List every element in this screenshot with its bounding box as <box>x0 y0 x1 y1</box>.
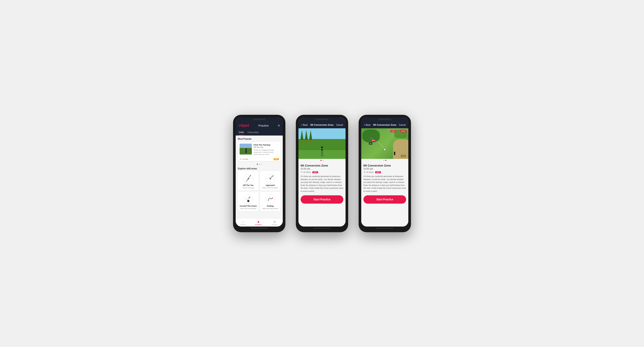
trees <box>298 128 312 146</box>
skill-card-atg[interactable]: Around The Green Hone your short game <box>238 192 258 211</box>
map-scene: FAIRWAY ROUGH Miss Hit SAND <box>361 128 408 159</box>
nav-home-label: Home <box>240 224 245 226</box>
skill-name-atg: Around The Green <box>240 205 257 207</box>
screen-title-3: 6ft Conversion Zone <box>373 124 396 126</box>
detail-dot-1 <box>320 160 322 161</box>
skill-grid: Off The Tee Power accuracy <box>238 171 280 211</box>
screen-1: clippd Practice ≡ Drills Favourites Most… <box>236 117 283 226</box>
detail-badge-3: ARG <box>375 171 381 173</box>
tree-3 <box>309 130 312 143</box>
dot-1 <box>257 164 258 165</box>
drill-footer: ⏱ 10 shots OTT <box>238 157 280 161</box>
svg-rect-36 <box>394 153 395 155</box>
start-practice-button-2[interactable]: Start Practice <box>301 195 343 204</box>
screen-3: < Back 6ft Conversion Zone Cancel FAIRWA… <box>361 117 408 226</box>
svg-point-19 <box>269 177 270 178</box>
back-button-2[interactable]: < Back <box>301 124 308 126</box>
svg-rect-5 <box>245 151 246 153</box>
svg-point-31 <box>268 200 268 201</box>
svg-point-23 <box>247 200 250 202</box>
detail-meta: ⏱ 20 shots ARG <box>301 171 343 173</box>
detail-body-2: 6ft Conversion Zone 10-50 yds ⏱ 20 shots… <box>298 162 346 206</box>
detail-description: 20 shots are randomly generated at dista… <box>301 175 343 193</box>
nav-activities[interactable]: ♣ Activities <box>255 220 262 226</box>
drill-badge: OTT <box>274 158 279 160</box>
svg-rect-4 <box>246 150 246 151</box>
skill-card-putting[interactable]: Putting Make and lag practice <box>260 192 280 211</box>
detail-description-3: 20 shots are randomly generated at dista… <box>364 175 406 193</box>
phone-notch-3 <box>378 119 391 120</box>
tree-trunk-3 <box>310 140 311 143</box>
tree-top-1 <box>300 130 304 140</box>
home-icon: ⌂ <box>242 220 244 223</box>
svg-point-27 <box>249 198 250 198</box>
favourite-icon[interactable]: ☆ <box>277 144 279 155</box>
carousel-dots <box>238 163 280 166</box>
svg-rect-6 <box>246 151 247 153</box>
back-button-3[interactable]: < Back <box>364 124 370 126</box>
skill-name-ott: Off The Tee <box>243 184 254 186</box>
skill-desc-atg: Hone your short game <box>240 208 256 209</box>
detail-shots-3: ⏱ 20 shots <box>364 171 374 173</box>
svg-rect-1 <box>240 144 252 148</box>
dot-3 <box>261 164 262 165</box>
phone-notch-2 <box>316 119 328 120</box>
detail-content-3: FAIRWAY ROUGH Miss Hit SAND <box>361 128 408 226</box>
shots-clock-icon: ⏱ <box>301 171 302 173</box>
tab-drills[interactable]: Drills <box>239 130 244 135</box>
dot-2 <box>259 164 260 165</box>
detail-dots-3 <box>361 159 408 162</box>
svg-line-10 <box>248 175 250 179</box>
start-practice-button-3[interactable]: Start Practice <box>364 195 406 204</box>
skill-card-ott[interactable]: Off The Tee Power accuracy <box>238 171 258 191</box>
svg-point-17 <box>270 178 271 179</box>
drill-name: Find The Fairway <box>254 144 275 146</box>
capture-icon: ⊕ <box>274 220 276 223</box>
tabs-bar: Drills Favourites <box>236 130 283 136</box>
svg-point-33 <box>272 197 273 198</box>
tree-1 <box>300 130 304 143</box>
screen-title-2: 6ft Conversion Zone <box>310 124 334 126</box>
bottom-nav: ⌂ Home ♣ Activities ⊕ Capture <box>236 218 283 226</box>
home-bar-2 <box>313 228 331 229</box>
screen1-content: Most Popular <box>236 136 283 218</box>
drill-desc: Create an imaginary fairway using trees … <box>254 149 275 155</box>
tree-top-2 <box>305 130 308 140</box>
svg-point-3 <box>246 148 247 150</box>
svg-point-35 <box>394 152 395 153</box>
detail-dot-3-1 <box>383 160 384 161</box>
skill-name-putting: Putting <box>267 205 274 207</box>
menu-icon[interactable]: ≡ <box>278 124 280 127</box>
skill-name-approach: Approach <box>266 184 275 186</box>
drill-thumbnail <box>240 144 252 155</box>
trajectory-svg <box>361 128 408 159</box>
tree-top-3 <box>309 130 312 140</box>
detail-drill-title-3: 6ft Conversion Zone <box>364 164 406 167</box>
drill-photo <box>298 128 346 159</box>
golf-scene <box>298 128 346 159</box>
atg-icon <box>243 194 254 205</box>
nav-capture[interactable]: ⊕ Capture <box>272 220 278 226</box>
detail-dots-2 <box>298 159 346 162</box>
featured-drill-card[interactable]: Find The Fairway Off The Tee Create an i… <box>238 142 280 161</box>
phone-2: < Back 6ft Conversion Zone Cancel <box>296 115 348 232</box>
tab-favourites[interactable]: Favourites <box>248 130 258 135</box>
detail-shots: ⏱ 20 shots <box>301 171 311 173</box>
fairway-ground <box>298 150 346 159</box>
cancel-button-2[interactable]: Cancel <box>336 124 343 126</box>
drill-shots: ⏱ 10 shots <box>240 158 248 160</box>
skill-card-approach[interactable]: Approach Dial-in to hit the green <box>260 171 280 191</box>
svg-point-26 <box>246 199 247 199</box>
drill-map: FAIRWAY ROUGH Miss Hit SAND <box>361 128 408 159</box>
nav-home[interactable]: ⌂ Home <box>240 220 245 226</box>
drill-thumb-image <box>240 144 252 155</box>
cancel-button-3[interactable]: Cancel <box>399 124 406 126</box>
approach-icon <box>265 173 276 184</box>
putting-icon <box>265 194 276 205</box>
nav-activities-label: Activities <box>255 224 262 226</box>
drill-info: Find The Fairway Off The Tee Create an i… <box>254 144 275 155</box>
svg-point-25 <box>250 197 250 197</box>
detail-meta-3: ⏱ 20 shots ARG <box>364 171 406 173</box>
svg-point-18 <box>273 175 274 176</box>
skill-desc-putting: Make and lag practice <box>262 208 278 209</box>
